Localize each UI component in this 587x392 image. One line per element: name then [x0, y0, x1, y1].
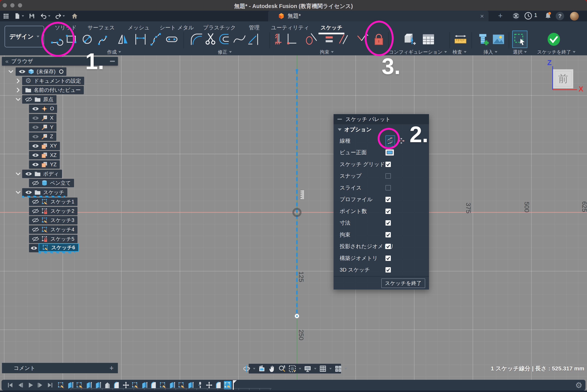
checkbox-checked-icon[interactable]: [386, 244, 391, 249]
browser-row-名前の付いたビュー[interactable]: 名前の付いたビュー: [22, 86, 84, 94]
browser-row-YZ[interactable]: YZ: [29, 160, 60, 169]
finish-sketch-tool-icon[interactable]: [546, 31, 562, 47]
browser-row-XZ[interactable]: XZ: [29, 151, 60, 159]
checkbox-unchecked-icon[interactable]: [386, 185, 391, 190]
browser-row-原点[interactable]: 原点: [22, 95, 56, 104]
tab-プラスチック[interactable]: プラスチック: [203, 24, 236, 31]
group-dropdown-1[interactable]: 作成: [107, 49, 121, 55]
checkbox-checked-icon[interactable]: [386, 162, 391, 167]
browser-row-ドキュメントの設定[interactable]: ⚙ドキュメントの設定: [22, 77, 84, 85]
file-menu-button[interactable]: [14, 13, 20, 19]
step-forward-button[interactable]: [36, 381, 45, 389]
parallel-tool-icon[interactable]: [336, 31, 351, 47]
select-tool-icon[interactable]: [512, 30, 528, 48]
minimize-palette-icon[interactable]: [338, 119, 342, 120]
skip-end-button[interactable]: [46, 381, 54, 389]
chevron-right-icon[interactable]: [15, 88, 21, 92]
timeline-playhead[interactable]: [233, 380, 234, 390]
checkbox-checked-icon[interactable]: [386, 197, 391, 202]
comments-bar[interactable]: コメント +: [2, 363, 118, 373]
group-dropdown-7[interactable]: 選択: [513, 49, 527, 55]
offset-tool-icon[interactable]: [218, 31, 234, 47]
visibility-toggle[interactable]: [32, 144, 39, 148]
visibility-toggle[interactable]: [32, 134, 39, 139]
browser-row-Z[interactable]: Z: [29, 132, 56, 141]
pan-icon[interactable]: [268, 365, 276, 372]
workspace-switcher-button[interactable]: デザイン: [4, 26, 44, 47]
browser-row-スケッチ3[interactable]: スケッチ3: [29, 216, 78, 224]
visibility-toggle[interactable]: [25, 97, 32, 102]
mirror-tool-icon[interactable]: [116, 31, 131, 47]
chevron-down-icon[interactable]: [15, 190, 21, 195]
timeline-settings-gear-icon[interactable]: ⚙: [575, 380, 582, 390]
collapse-panel-icon[interactable]: «: [5, 58, 8, 64]
timeline-feature-sketch[interactable]: [57, 381, 65, 389]
minimize-panel-icon[interactable]: [110, 61, 115, 62]
zoom-icon[interactable]: [278, 365, 286, 372]
grid-settings-caret-icon[interactable]: [330, 368, 332, 370]
insert-image-tool-icon[interactable]: [491, 31, 506, 47]
fillet-tool-icon[interactable]: [189, 31, 204, 47]
perpendicular-tool-icon[interactable]: [284, 31, 299, 47]
viewcube[interactable]: 前: [553, 69, 573, 88]
tangent-tool-icon[interactable]: [304, 31, 319, 47]
tab-シート メタル[interactable]: シート メタル: [160, 24, 194, 31]
browser-row-ペン立て[interactable]: ペン立て: [29, 179, 74, 187]
browser-row-X[interactable]: X: [29, 114, 56, 122]
browser-row-スケッチ6[interactable]: スケッチ6: [38, 243, 79, 252]
curve-tool-icon[interactable]: [232, 31, 247, 47]
display-settings-icon[interactable]: [304, 365, 312, 372]
visibility-toggle[interactable]: [29, 244, 39, 252]
visibility-toggle[interactable]: [25, 190, 32, 195]
visibility-toggle[interactable]: [32, 106, 39, 111]
timeline-ruler[interactable]: [70, 388, 272, 390]
extend-tool-icon[interactable]: [246, 31, 262, 47]
visibility-toggle[interactable]: [19, 69, 26, 74]
tab-サーフェス[interactable]: サーフェス: [88, 24, 115, 31]
config-table-tool-icon[interactable]: [421, 31, 436, 47]
orbit-icon[interactable]: [243, 365, 250, 372]
look-at-view-button[interactable]: [386, 150, 394, 156]
visibility-toggle[interactable]: [32, 218, 39, 223]
viewports-icon[interactable]: [334, 365, 342, 372]
visibility-toggle[interactable]: [32, 208, 39, 214]
visibility-toggle[interactable]: [32, 180, 39, 186]
group-dropdown-2[interactable]: 修正: [218, 49, 232, 55]
browser-row-スケッチ4[interactable]: スケッチ4: [29, 226, 78, 234]
browser-row-スケッチ[interactable]: スケッチ: [22, 188, 67, 196]
close-tab-icon[interactable]: ×: [478, 12, 486, 20]
viewports-caret-icon[interactable]: [345, 368, 347, 370]
model-canvas[interactable]: 375500625125250 前 Z X « ブラウザ (未保存)⚙ドキュメン…: [0, 55, 587, 392]
browser-row-スケッチ2[interactable]: スケッチ2: [29, 207, 78, 215]
tab-ユーティリティ[interactable]: ユーティリティ: [271, 24, 309, 31]
visibility-toggle[interactable]: [32, 236, 39, 242]
trim-tool-icon[interactable]: [203, 31, 218, 47]
fit-caret-icon[interactable]: [299, 368, 301, 370]
circle-2pt-tool-icon[interactable]: [80, 31, 96, 47]
measure-tool-icon[interactable]: [453, 31, 468, 47]
fit-icon[interactable]: [288, 365, 296, 372]
checkbox-checked-icon[interactable]: [386, 267, 391, 272]
home-icon[interactable]: [71, 13, 78, 19]
browser-row-スケッチ1[interactable]: スケッチ1: [29, 198, 78, 206]
browser-row-(未保存)[interactable]: (未保存): [16, 67, 66, 76]
browser-row-スケッチ5[interactable]: スケッチ5: [29, 235, 78, 243]
app-launcher-icon[interactable]: [3, 13, 9, 19]
chevron-down-icon[interactable]: [15, 172, 21, 176]
checkbox-checked-icon[interactable]: [386, 256, 391, 261]
extensions-icon[interactable]: [512, 12, 520, 20]
line-endpoint-bottom[interactable]: [294, 313, 300, 319]
fit-point-spline-tool-icon[interactable]: [148, 31, 163, 47]
section-collapse-icon[interactable]: [338, 128, 342, 131]
document-tab[interactable]: 無題* ×: [268, 11, 488, 21]
checkbox-checked-icon[interactable]: [386, 208, 391, 214]
chevron-down-icon[interactable]: [8, 69, 14, 74]
visibility-toggle[interactable]: [32, 153, 39, 158]
visibility-toggle[interactable]: [32, 162, 39, 167]
visibility-toggle[interactable]: [32, 199, 39, 204]
save-button[interactable]: [28, 13, 35, 19]
redo-button[interactable]: [55, 13, 62, 19]
chevron-down-icon[interactable]: [15, 97, 21, 102]
checkbox-unchecked-icon[interactable]: [386, 173, 391, 179]
step-back-button[interactable]: [16, 381, 25, 389]
